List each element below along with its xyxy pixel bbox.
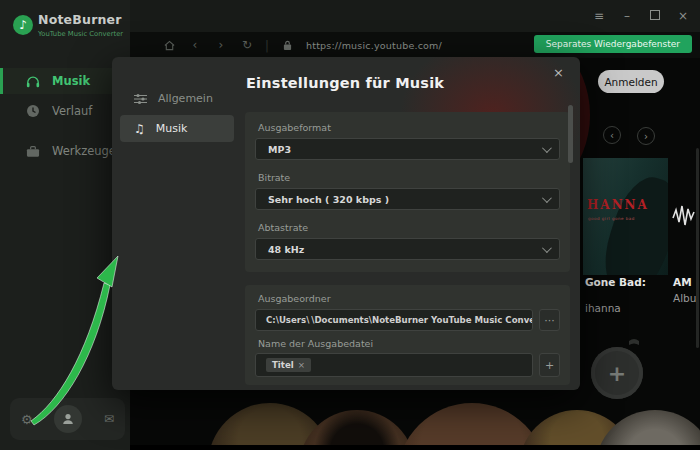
tab-musik-label: Musik xyxy=(156,122,188,135)
back-icon[interactable]: ‹ xyxy=(182,38,208,52)
signin-button[interactable]: Anmelden xyxy=(598,70,664,93)
headphones-icon xyxy=(26,75,40,88)
remove-tag-icon[interactable]: × xyxy=(298,360,305,370)
album-subtitle-text: good girl gone bad xyxy=(588,216,635,221)
app-name: NoteBurner xyxy=(38,12,122,27)
chevron-down-icon xyxy=(542,143,552,153)
browser-toolbar: ‹ › ↻ | https://music.youtube.com/ Separ… xyxy=(130,32,700,58)
waveform-icon xyxy=(672,200,696,230)
browse-folder-button[interactable]: ··· xyxy=(539,309,560,331)
sliders-icon xyxy=(134,93,147,105)
artist-avatar xyxy=(595,410,700,450)
sidebar-label-verlauf: Verlauf xyxy=(52,104,92,118)
reload-icon[interactable]: ↻ xyxy=(234,38,260,52)
sidebar-item-verlauf[interactable]: Verlauf xyxy=(0,98,130,124)
carousel-prev-button[interactable]: ‹ xyxy=(603,126,621,144)
settings-gear-button[interactable]: ⚙ xyxy=(21,412,33,427)
bitrate-label: Bitrate xyxy=(258,172,290,183)
album-figure xyxy=(594,170,668,275)
sidebar-label-werkzeuge: Werkzeuge xyxy=(52,144,116,158)
samplerate-label: Abtastrate xyxy=(258,222,308,233)
chevron-down-icon xyxy=(542,193,552,203)
url-bar[interactable]: https://music.youtube.com/ xyxy=(306,40,442,51)
tab-allgemein[interactable]: Allgemein xyxy=(120,85,234,112)
dialog-title: Einstellungen für Musik xyxy=(246,75,444,91)
format-value: MP3 xyxy=(268,144,542,155)
path-suffix: \Documents\NoteBurner YouTube Music Conv… xyxy=(311,315,533,325)
maximize-button[interactable] xyxy=(646,9,664,23)
output-folder-label: Ausgabeordner xyxy=(258,293,331,304)
filename-tag: Titel × xyxy=(266,358,311,372)
menu-icon[interactable]: ≡ xyxy=(590,9,608,23)
page-bottom-strip xyxy=(130,445,700,450)
format-panel: Ausgabeformat MP3 Bitrate Sehr hoch ( 32… xyxy=(245,112,570,272)
feedback-mail-button[interactable]: ✉ xyxy=(104,412,114,426)
minimize-button[interactable]: – xyxy=(618,9,636,23)
artist-caption: ihanna xyxy=(585,302,621,314)
format-select[interactable]: MP3 xyxy=(255,138,560,160)
user-icon xyxy=(61,412,75,426)
close-button[interactable]: × xyxy=(674,9,692,23)
sidebar-label-musik: Musik xyxy=(52,74,90,88)
album-type-right: Albu xyxy=(673,292,696,304)
album-title-text: HANNA xyxy=(587,198,665,212)
settings-dialog: × Allgemein ♫ Musik Einstellungen für Mu… xyxy=(112,57,580,390)
plus-icon: + xyxy=(608,361,626,386)
album-caption: Gone Bad: xyxy=(585,276,646,288)
bitrate-select[interactable]: Sehr hoch ( 320 kbps ) xyxy=(255,188,560,210)
account-button[interactable] xyxy=(54,405,82,433)
forward-icon[interactable]: › xyxy=(208,38,234,52)
add-to-convert-button[interactable]: + xyxy=(591,347,643,399)
dialog-close-button[interactable]: × xyxy=(553,65,564,80)
output-panel: Ausgabeordner C:\Users\\Documents\NoteBu… xyxy=(245,285,570,385)
toolbar-divider: | xyxy=(260,38,274,53)
output-folder-input[interactable]: C:\Users\\Documents\NoteBurner YouTube M… xyxy=(255,309,533,331)
sidebar-tray: ⚙ ✉ xyxy=(10,398,125,440)
tab-allgemein-label: Allgemein xyxy=(158,92,213,105)
output-name-label: Name der Ausgabedatei xyxy=(258,338,373,349)
app-window: Anmelden ‹ › HANNA good girl gone bad Go… xyxy=(0,0,700,450)
page-scrollbar[interactable] xyxy=(696,148,699,348)
music-note-flag-icon xyxy=(625,337,641,357)
tab-musik[interactable]: ♫ Musik xyxy=(120,115,234,142)
separate-player-button[interactable]: Separates Wiedergabefenster xyxy=(534,35,692,53)
app-subtitle: YouTube Music Converter xyxy=(38,30,123,38)
music-note-icon: ♫ xyxy=(134,122,145,136)
dialog-scrollbar[interactable] xyxy=(568,105,573,163)
sidebar-item-musik[interactable]: Musik xyxy=(0,68,130,94)
artist-avatar xyxy=(299,410,415,450)
album-art: HANNA good girl gone bad xyxy=(583,158,668,275)
toolbox-icon xyxy=(26,145,40,158)
noteburner-logo-icon: ♪ xyxy=(13,15,33,35)
history-clock-icon xyxy=(26,104,40,118)
output-name-input[interactable]: Titel × xyxy=(255,353,533,377)
path-prefix: C:\Users\ xyxy=(266,315,309,325)
bitrate-value: Sehr hoch ( 320 kbps ) xyxy=(268,194,542,205)
home-icon[interactable] xyxy=(156,38,182,52)
add-tag-button[interactable]: + xyxy=(539,353,560,377)
sidebar: Musik Verlauf Werkzeuge ⚙ ✉ xyxy=(0,58,130,450)
lock-icon xyxy=(274,38,300,52)
filename-tag-label: Titel xyxy=(272,360,294,370)
samplerate-select[interactable]: 48 kHz xyxy=(255,238,560,260)
sidebar-item-werkzeuge[interactable]: Werkzeuge xyxy=(0,138,130,164)
album-caption-right: AM xyxy=(673,276,692,288)
carousel-next-button[interactable]: › xyxy=(637,127,655,145)
app-logo-block: ♪ NoteBurner YouTube Music Converter xyxy=(0,0,130,58)
chevron-down-icon xyxy=(542,243,552,253)
format-label: Ausgabeformat xyxy=(258,122,331,133)
samplerate-value: 48 kHz xyxy=(268,244,542,255)
